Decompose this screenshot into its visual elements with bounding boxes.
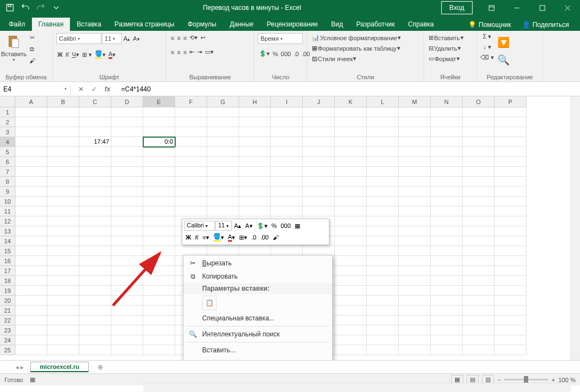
- find-select-icon[interactable]: 🔍: [496, 53, 511, 67]
- cell-P24[interactable]: [495, 335, 527, 345]
- cell-J4[interactable]: [303, 137, 335, 147]
- cell-K19[interactable]: [335, 286, 367, 296]
- col-header-E[interactable]: E: [143, 96, 175, 107]
- fill-color-icon[interactable]: 🪣▾: [94, 49, 107, 60]
- cell-I6[interactable]: [271, 157, 303, 167]
- row-header-22[interactable]: 22: [0, 315, 15, 325]
- cell-K24[interactable]: [335, 335, 367, 345]
- row-header-17[interactable]: 17: [0, 266, 15, 276]
- cell-A11[interactable]: [15, 206, 47, 216]
- align-middle-icon[interactable]: ≡: [176, 34, 181, 42]
- cell-P12[interactable]: [495, 216, 527, 226]
- mini-decimal-dec-icon[interactable]: .00: [258, 233, 270, 242]
- cell-N23[interactable]: [431, 325, 463, 335]
- cell-C1[interactable]: [79, 107, 111, 117]
- cell-B4[interactable]: [47, 137, 79, 147]
- cell-L8[interactable]: [367, 177, 399, 187]
- cell-K13[interactable]: [335, 226, 367, 236]
- font-size-input[interactable]: 11▾: [102, 33, 122, 44]
- row-header-19[interactable]: 19: [0, 286, 15, 296]
- vertical-scrollbar[interactable]: [571, 96, 580, 360]
- cell-N11[interactable]: [431, 206, 463, 216]
- cell-F6[interactable]: [175, 157, 207, 167]
- format-cells-button[interactable]: ▭ Формат ▾: [427, 54, 461, 63]
- conditional-format-button[interactable]: 📊 Условное форматирование ▾: [311, 33, 402, 42]
- name-box[interactable]: E4▾: [0, 84, 71, 94]
- cell-L14[interactable]: [367, 236, 399, 246]
- wrap-text-icon[interactable]: ↩: [199, 33, 207, 42]
- align-bottom-icon[interactable]: ≡: [182, 34, 188, 42]
- cell-B13[interactable]: [47, 226, 79, 236]
- cell-styles-button[interactable]: ▨ Стили ячеек ▾: [311, 54, 357, 63]
- cell-E25[interactable]: [143, 345, 175, 355]
- row-header-4[interactable]: 4: [0, 137, 15, 147]
- cell-M23[interactable]: [399, 325, 431, 335]
- cell-C7[interactable]: [79, 167, 111, 177]
- mini-font-color-icon[interactable]: A▾: [226, 232, 237, 243]
- mini-format-painter-icon[interactable]: 🖌: [271, 233, 280, 242]
- cell-O19[interactable]: [463, 286, 495, 296]
- cell-L2[interactable]: [367, 117, 399, 127]
- cell-C11[interactable]: [79, 206, 111, 216]
- cell-G2[interactable]: [207, 117, 239, 127]
- cell-M1[interactable]: [399, 107, 431, 117]
- cell-I11[interactable]: [271, 206, 303, 216]
- align-right-icon[interactable]: ≡: [182, 48, 188, 57]
- cell-B10[interactable]: [47, 197, 79, 206]
- cell-J3[interactable]: [303, 127, 335, 137]
- cell-E12[interactable]: [143, 216, 175, 226]
- cell-N3[interactable]: [431, 127, 463, 137]
- autosum-icon[interactable]: Σ ▾: [479, 32, 495, 41]
- format-painter-icon[interactable]: 🖌: [26, 55, 37, 66]
- format-as-table-button[interactable]: ▦ Форматировать как таблицу ▾: [311, 43, 402, 53]
- cell-F7[interactable]: [175, 167, 207, 177]
- cell-O3[interactable]: [463, 127, 495, 137]
- cell-D15[interactable]: [111, 246, 143, 256]
- cell-E6[interactable]: [143, 157, 175, 167]
- row-header-3[interactable]: 3: [0, 127, 15, 137]
- cell-N21[interactable]: [431, 306, 463, 315]
- cell-K17[interactable]: [335, 266, 367, 276]
- cell-P10[interactable]: [495, 197, 527, 206]
- sort-filter-icon[interactable]: 🔽: [496, 35, 511, 50]
- cell-I8[interactable]: [271, 177, 303, 187]
- cell-L12[interactable]: [367, 216, 399, 226]
- cell-P1[interactable]: [495, 107, 527, 117]
- cell-L10[interactable]: [367, 197, 399, 206]
- cell-N7[interactable]: [431, 167, 463, 177]
- cut-icon[interactable]: ✂: [26, 32, 37, 43]
- tab-file[interactable]: Файл: [2, 18, 32, 31]
- cell-O22[interactable]: [463, 315, 495, 325]
- cell-D9[interactable]: [111, 187, 143, 197]
- cell-M25[interactable]: [399, 345, 431, 355]
- cell-K21[interactable]: [335, 306, 367, 315]
- cell-L1[interactable]: [367, 107, 399, 117]
- cell-O2[interactable]: [463, 117, 495, 127]
- cell-B18[interactable]: [47, 276, 79, 286]
- cell-M24[interactable]: [399, 335, 431, 345]
- enter-formula-icon[interactable]: ✓: [88, 85, 100, 93]
- cell-M8[interactable]: [399, 177, 431, 187]
- cell-O4[interactable]: [463, 137, 495, 147]
- cell-K4[interactable]: [335, 137, 367, 147]
- cell-N6[interactable]: [431, 157, 463, 167]
- cell-N16[interactable]: [431, 256, 463, 266]
- cell-K12[interactable]: [335, 216, 367, 226]
- mini-decrease-font-icon[interactable]: A▾: [243, 221, 254, 231]
- cell-I4[interactable]: [271, 137, 303, 147]
- cell-K6[interactable]: [335, 157, 367, 167]
- cell-P16[interactable]: [495, 256, 527, 266]
- cell-I7[interactable]: [271, 167, 303, 177]
- cell-E7[interactable]: [143, 167, 175, 177]
- cell-J9[interactable]: [303, 187, 335, 197]
- tab-insert[interactable]: Вставка: [70, 18, 108, 31]
- col-header-C[interactable]: C: [79, 96, 111, 107]
- formula-input[interactable]: =C4*1440: [118, 84, 580, 94]
- share-button[interactable]: 👤Поделиться: [517, 19, 574, 31]
- cell-O9[interactable]: [463, 187, 495, 197]
- cell-A21[interactable]: [15, 306, 47, 315]
- row-header-13[interactable]: 13: [0, 226, 15, 236]
- cell-B1[interactable]: [47, 107, 79, 117]
- cell-K10[interactable]: [335, 197, 367, 206]
- cell-P19[interactable]: [495, 286, 527, 296]
